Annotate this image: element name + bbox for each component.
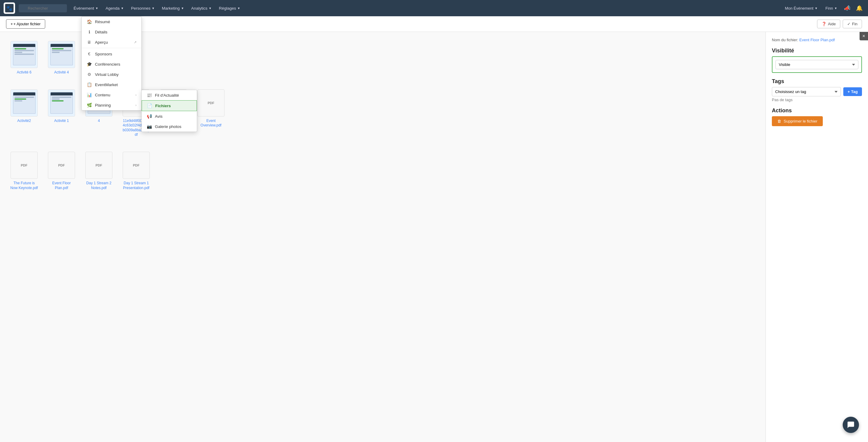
trash-icon: 🗑 xyxy=(777,119,781,124)
list-item[interactable]: Activité2 xyxy=(9,90,39,137)
aide-button[interactable]: ❓ Aide xyxy=(817,20,840,28)
logo[interactable]: 🐾 xyxy=(4,2,15,14)
chevron-down-icon: ▼ xyxy=(237,7,240,10)
dropdown-item-virtual-lobby[interactable]: ⚙ Virtual Lobby xyxy=(82,69,141,79)
search-wrap: 🔍 xyxy=(19,4,67,12)
chevron-down-icon: ▼ xyxy=(834,7,837,10)
dropdown-item-details[interactable]: ℹ Détails xyxy=(82,27,141,37)
add-tag-button[interactable]: + Tag xyxy=(843,87,862,96)
file-name: Activité 4 xyxy=(54,70,69,75)
clipboard-icon: 📋 xyxy=(87,82,92,87)
plus-icon: + xyxy=(10,22,13,26)
newspaper-icon: 📰 xyxy=(147,93,152,98)
chevron-down-icon: ▼ xyxy=(152,7,155,10)
submenu-item-galerie[interactable]: 📷 Galerie photos xyxy=(142,121,197,132)
tags-title: Tags xyxy=(772,78,862,84)
graduation-icon: 🎓 xyxy=(87,62,92,67)
external-link-icon: ↗ xyxy=(134,40,136,44)
delete-file-button[interactable]: 🗑 Supprimer le fichier xyxy=(772,116,823,126)
file-thumbnail: PDF xyxy=(10,152,38,179)
list-item[interactable]: PDF Event Floor Plan.pdf xyxy=(46,152,76,190)
file-name: The Future is Now Keynote.pdf xyxy=(10,181,38,190)
list-item[interactable]: PDF The Future is Now Keynote.pdf xyxy=(9,152,39,190)
nav-marketing[interactable]: Marketing ▼ xyxy=(159,4,187,12)
file-thumbnail: PDF xyxy=(48,152,75,179)
visibility-select[interactable]: Visible Invisible xyxy=(775,60,858,69)
submenu-item-fichiers[interactable]: 📄 Fichiers xyxy=(142,100,197,111)
list-item[interactable]: Activité 4 xyxy=(46,41,76,75)
file-name: Event Floor Plan.pdf xyxy=(47,181,76,190)
chart-icon: 📊 xyxy=(87,93,92,97)
camera-icon: 📷 xyxy=(147,124,152,129)
list-item[interactable]: Activité 6 xyxy=(9,41,39,75)
right-panel: × Nom du fichier: Event Floor Plan.pdf V… xyxy=(766,32,868,442)
nav-reglages[interactable]: Réglages ▼ xyxy=(216,4,243,12)
file-name: 4 xyxy=(98,118,100,124)
submenu-item-avis[interactable]: 📢 Avis xyxy=(142,111,197,121)
dropdown-item-apercu[interactable]: 🖥 Aperçu ↗ xyxy=(82,37,141,47)
tag-select[interactable]: Choisissez un tag xyxy=(772,87,841,96)
file-name: Day 1 Stream 2 Notes.pdf xyxy=(85,181,113,190)
toolbar-right: ❓ Aide ✓ Fin xyxy=(817,20,862,28)
dropdown-item-event-market[interactable]: 📋 EventMarket xyxy=(82,79,141,90)
visibility-section: Visibilité Visible Invisible xyxy=(772,47,862,73)
tags-row: Choisissez un tag + Tag xyxy=(772,87,862,96)
leaf-icon: 🌿 xyxy=(87,103,92,107)
megaphone-icon: 📢 xyxy=(147,114,152,118)
list-item[interactable]: PDF Day 1 Stream 1 Presentation.pdf xyxy=(121,152,151,190)
add-file-button[interactable]: + + Ajouter fichier xyxy=(6,19,45,29)
file-name: Activité2 xyxy=(17,118,31,124)
chevron-down-icon: ▼ xyxy=(815,7,818,10)
list-item[interactable]: PDF Day 1 Stream 2 Notes.pdf xyxy=(84,152,114,190)
help-icon: ❓ xyxy=(822,22,827,26)
list-item[interactable]: Activité 1 xyxy=(46,90,76,137)
list-item[interactable]: PDF Event Overview.pdf xyxy=(196,90,226,137)
dropdown-item-conferenciers[interactable]: 🎓 Conférenciers xyxy=(82,59,141,69)
fin-button[interactable]: ✓ Fin xyxy=(843,20,862,28)
settings-icon: ⚙ xyxy=(87,72,92,77)
visibility-box: Visible Invisible xyxy=(772,56,862,73)
nav-personnes[interactable]: Personnes ▼ xyxy=(128,4,158,12)
dropdown-item-planning[interactable]: 🌿 Planning › xyxy=(82,100,141,110)
check-icon: ✓ xyxy=(847,22,850,26)
dropdown-item-sponsors[interactable]: € Sponsors xyxy=(82,49,141,59)
logo-icon: 🐾 xyxy=(5,4,13,12)
info-icon: ℹ xyxy=(87,30,92,34)
file-name: Activité 6 xyxy=(17,70,32,75)
dropdown-item-contenu[interactable]: 📊 Contenu › 📰 Fil d'Actualité 📄 Fichiers… xyxy=(82,90,141,100)
plus-icon: + xyxy=(847,90,850,94)
nav-agenda[interactable]: Agenda ▼ xyxy=(102,4,127,12)
search-input[interactable] xyxy=(19,4,67,12)
file-icon: 📄 xyxy=(147,103,152,108)
file-name: Event Overview.pdf xyxy=(197,118,225,128)
no-tags-label: Pas de tags xyxy=(772,98,862,102)
chevron-down-icon: ▼ xyxy=(95,7,98,10)
file-thumbnail xyxy=(10,90,38,116)
megaphone-icon-btn[interactable]: 📣 xyxy=(842,3,852,13)
chevron-down-icon: ▼ xyxy=(121,7,124,10)
actions-title: Actions xyxy=(772,107,862,114)
panel-filename-link[interactable]: Event Floor Plan.pdf xyxy=(799,38,835,42)
chevron-down-icon: ▼ xyxy=(209,7,212,10)
bell-icon-btn[interactable]: 🔔 xyxy=(854,3,864,13)
nav-analytics[interactable]: Analytics ▼ xyxy=(188,4,215,12)
nav-mon-evenement[interactable]: Mon Événement ▼ xyxy=(782,4,821,12)
chevron-right-icon: › xyxy=(135,93,136,97)
file-thumbnail xyxy=(10,41,38,68)
file-thumbnail: PDF xyxy=(197,90,224,116)
submenu-item-fil-actualite[interactable]: 📰 Fil d'Actualité xyxy=(142,90,197,100)
nav-evenement[interactable]: Événement ▼ xyxy=(70,4,101,12)
dropdown-item-resume[interactable]: 🏠 Résumé xyxy=(82,16,141,27)
chat-bubble[interactable] xyxy=(843,417,859,433)
file-name: Activité 1 xyxy=(54,118,69,124)
home-icon: 🏠 xyxy=(87,19,92,24)
file-thumbnail xyxy=(48,41,75,68)
actions-section: Actions 🗑 Supprimer le fichier xyxy=(772,107,862,126)
nav-finn[interactable]: Finn ▼ xyxy=(823,4,840,12)
visibility-title: Visibilité xyxy=(772,47,862,54)
chevron-down-icon: ▼ xyxy=(181,7,184,10)
chevron-right-icon: › xyxy=(135,103,136,107)
navbar: 🐾 🔍 Événement ▼ Agenda ▼ Personnes ▼ Mar… xyxy=(0,0,868,16)
euro-icon: € xyxy=(87,52,92,56)
file-name: Day 1 Stream 1 Presentation.pdf xyxy=(122,181,151,190)
